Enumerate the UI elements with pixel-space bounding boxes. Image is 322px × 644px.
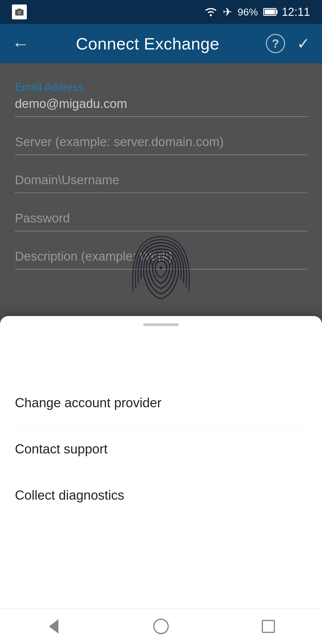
nav-back-button[interactable]	[42, 614, 66, 638]
app-bar-actions: ? ✓	[266, 34, 310, 53]
nav-bar	[0, 608, 322, 644]
email-input[interactable]: demo@migadu.com	[15, 97, 307, 117]
server-input[interactable]: Server (example: server.domain.com)	[15, 135, 307, 155]
email-label: Email Address	[15, 81, 307, 94]
time: 12:11	[282, 6, 310, 18]
airplane-icon: ✈	[223, 5, 232, 18]
battery-percent: 96%	[238, 6, 258, 18]
svg-rect-3	[18, 9, 21, 10]
confirm-button[interactable]: ✓	[297, 35, 310, 52]
bottom-sheet: Change account provider Contact support …	[0, 316, 322, 644]
svg-point-5	[160, 267, 162, 269]
back-button[interactable]: ←	[12, 34, 29, 54]
server-field-group: Server (example: server.domain.com)	[15, 135, 307, 155]
status-bar-right: ✈ 96% 12:11	[204, 5, 310, 18]
sheet-handle	[143, 323, 179, 326]
change-account-provider-item[interactable]: Change account provider	[15, 380, 307, 426]
app-bar: ← Connect Exchange ? ✓	[0, 24, 322, 63]
collect-diagnostics-item[interactable]: Collect diagnostics	[15, 472, 307, 518]
nav-recents-button[interactable]	[256, 614, 280, 638]
email-field-group: Email Address demo@migadu.com	[15, 81, 307, 117]
wifi-icon	[204, 7, 217, 17]
fingerprint-icon	[122, 227, 200, 305]
help-button[interactable]: ?	[266, 34, 285, 53]
nav-home-icon	[153, 619, 169, 634]
status-bar: ✈ 96% 12:11	[0, 0, 322, 24]
svg-point-4	[210, 14, 212, 16]
photo-icon	[12, 4, 27, 19]
domain-field-group: Domain\Username	[15, 173, 307, 193]
bottom-sheet-overlay: Change account provider Contact support …	[0, 266, 322, 644]
nav-home-button[interactable]	[149, 614, 173, 638]
page-title: Connect Exchange	[76, 34, 219, 53]
domain-input[interactable]: Domain\Username	[15, 173, 307, 193]
nav-back-icon	[49, 619, 58, 634]
battery-icon	[263, 8, 276, 16]
contact-support-item[interactable]: Contact support	[15, 426, 307, 472]
nav-recents-icon	[262, 620, 275, 633]
svg-point-2	[18, 11, 21, 14]
sheet-content: Change account provider Contact support …	[15, 326, 307, 518]
status-bar-left	[12, 4, 27, 19]
